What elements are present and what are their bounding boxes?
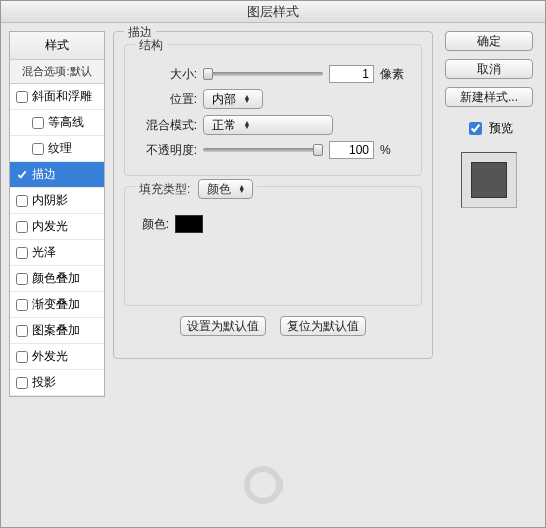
style-label: 图案叠加 <box>32 322 80 339</box>
fill-type-select[interactable]: 颜色 ▲▼ <box>198 179 253 199</box>
style-item-内发光[interactable]: 内发光 <box>10 214 104 240</box>
style-item-外发光[interactable]: 外发光 <box>10 344 104 370</box>
svg-rect-1 <box>279 479 283 491</box>
style-item-斜面和浮雕[interactable]: 斜面和浮雕 <box>10 84 104 110</box>
style-label: 描边 <box>32 166 56 183</box>
style-label: 光泽 <box>32 244 56 261</box>
opacity-input[interactable]: 100 <box>329 141 374 159</box>
dialog-title: 图层样式 <box>1 1 545 23</box>
updown-icon: ▲▼ <box>242 121 252 129</box>
cancel-button[interactable]: 取消 <box>445 59 533 79</box>
svg-point-0 <box>247 469 279 501</box>
style-checkbox[interactable] <box>16 377 28 389</box>
style-checkbox[interactable] <box>16 351 28 363</box>
style-item-等高线[interactable]: 等高线 <box>10 110 104 136</box>
ok-button[interactable]: 确定 <box>445 31 533 51</box>
preview-checkbox[interactable] <box>469 122 482 135</box>
style-checkbox[interactable] <box>32 143 44 155</box>
reset-default-button[interactable]: 复位为默认值 <box>280 316 366 336</box>
style-checkbox[interactable] <box>16 273 28 285</box>
structure-group: 结构 大小: 1 像素 位置: 内部 ▲▼ <box>124 44 422 176</box>
style-item-光泽[interactable]: 光泽 <box>10 240 104 266</box>
style-label: 颜色叠加 <box>32 270 80 287</box>
watermark <box>0 465 546 508</box>
new-style-button[interactable]: 新建样式... <box>445 87 533 107</box>
color-label: 颜色: <box>135 216 169 233</box>
style-item-纹理[interactable]: 纹理 <box>10 136 104 162</box>
updown-icon: ▲▼ <box>237 185 247 193</box>
style-label: 内阴影 <box>32 192 68 209</box>
style-checkbox[interactable] <box>16 91 28 103</box>
style-checkbox[interactable] <box>16 169 28 181</box>
color-swatch[interactable] <box>175 215 203 233</box>
set-default-button[interactable]: 设置为默认值 <box>180 316 266 336</box>
size-slider[interactable] <box>203 72 323 76</box>
opacity-label: 不透明度: <box>135 142 197 159</box>
preview-swatch <box>461 152 517 208</box>
style-checkbox[interactable] <box>16 325 28 337</box>
style-item-图案叠加[interactable]: 图案叠加 <box>10 318 104 344</box>
updown-icon: ▲▼ <box>242 95 252 103</box>
stroke-group: 描边 结构 大小: 1 像素 位置: 内部 ▲▼ <box>113 31 433 359</box>
style-label: 斜面和浮雕 <box>32 88 92 105</box>
style-label: 内发光 <box>32 218 68 235</box>
opacity-unit: % <box>380 143 391 157</box>
style-list: 样式 混合选项:默认 斜面和浮雕等高线纹理描边内阴影内发光光泽颜色叠加渐变叠加图… <box>9 31 105 397</box>
style-label: 外发光 <box>32 348 68 365</box>
style-checkbox[interactable] <box>16 247 28 259</box>
style-item-描边[interactable]: 描边 <box>10 162 104 188</box>
preview-label: 预览 <box>489 120 513 137</box>
position-label: 位置: <box>135 91 197 108</box>
style-checkbox[interactable] <box>16 299 28 311</box>
style-label: 投影 <box>32 374 56 391</box>
style-item-内阴影[interactable]: 内阴影 <box>10 188 104 214</box>
size-input[interactable]: 1 <box>329 65 374 83</box>
size-label: 大小: <box>135 66 197 83</box>
style-checkbox[interactable] <box>16 195 28 207</box>
style-label: 纹理 <box>48 140 72 157</box>
style-checkbox[interactable] <box>32 117 44 129</box>
opacity-slider[interactable] <box>203 148 323 152</box>
blend-options-header[interactable]: 混合选项:默认 <box>10 60 104 84</box>
fill-group: 填充类型: 颜色 ▲▼ 颜色: <box>124 186 422 306</box>
style-checkbox[interactable] <box>16 221 28 233</box>
blend-mode-select[interactable]: 正常 ▲▼ <box>203 115 333 135</box>
fill-legend: 填充类型: 颜色 ▲▼ <box>135 179 257 199</box>
structure-legend: 结构 <box>135 37 167 54</box>
style-item-投影[interactable]: 投影 <box>10 370 104 396</box>
position-select[interactable]: 内部 ▲▼ <box>203 89 263 109</box>
style-item-渐变叠加[interactable]: 渐变叠加 <box>10 292 104 318</box>
style-label: 渐变叠加 <box>32 296 80 313</box>
style-item-颜色叠加[interactable]: 颜色叠加 <box>10 266 104 292</box>
blend-label: 混合模式: <box>135 117 197 134</box>
styles-header: 样式 <box>10 32 104 60</box>
style-label: 等高线 <box>48 114 84 131</box>
size-unit: 像素 <box>380 66 404 83</box>
